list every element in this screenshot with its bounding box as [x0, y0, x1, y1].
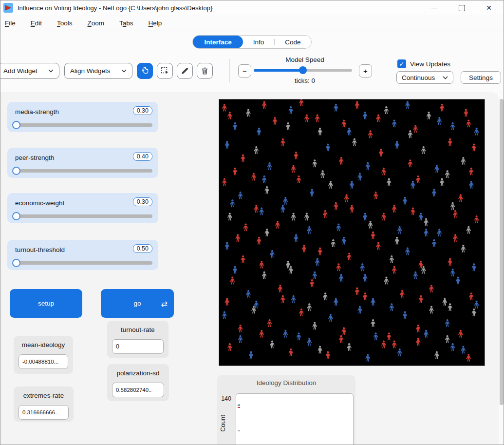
tab-pill: Interface Info Code [192, 35, 311, 49]
tab-interface[interactable]: Interface [193, 36, 243, 48]
slider-track[interactable] [13, 169, 152, 173]
marquee-select-tool-button[interactable] [157, 63, 173, 79]
speed-decrease-button[interactable]: − [238, 64, 251, 77]
update-mode-dropdown[interactable]: Continuous [396, 71, 453, 84]
chevron-down-icon [443, 76, 448, 79]
plot-pen-mark [238, 407, 240, 408]
speed-increase-button[interactable]: + [359, 64, 372, 77]
ticks-counter: ticks: 0 [254, 77, 356, 84]
minimize-button[interactable] [421, 0, 448, 15]
window-title: Influence on Voting Ideology - NetLogo {… [18, 4, 212, 12]
model-speed-thumb[interactable] [299, 66, 307, 74]
slider-thumb[interactable] [12, 167, 20, 175]
go-button-label: go [133, 300, 141, 307]
tab-code[interactable]: Code [275, 36, 311, 48]
slider-media-strength[interactable]: media-strength 0.30 [7, 102, 158, 132]
monitor-turnout-rate: turnout-rate 0 [107, 321, 168, 358]
model-speed-fill [254, 69, 303, 72]
monitor-label: extremes-rate [14, 392, 74, 399]
window-controls: ✕ [421, 0, 503, 15]
setup-button-label: setup [38, 300, 54, 307]
add-widget-dropdown[interactable]: Add Widget [0, 63, 59, 79]
model-speed-label: Model Speed [254, 56, 356, 63]
slider-thumb[interactable] [12, 259, 20, 267]
slider-thumb[interactable] [12, 212, 20, 220]
monitor-label: polarization-sd [107, 369, 169, 377]
plot-title: Ideology Distribution [217, 379, 355, 387]
menu-zoom[interactable]: Zoom [88, 19, 105, 27]
align-widgets-dropdown[interactable]: Align Widgets [64, 63, 132, 79]
slider-track[interactable] [13, 261, 152, 265]
menu-tabs[interactable]: Tabs [119, 19, 133, 27]
minus-icon: − [243, 67, 247, 75]
chevron-down-icon [121, 69, 127, 73]
slider-value-badge: 0.30 [133, 197, 152, 206]
menubar: FileEditToolsZoomTabsHelp [0, 15, 504, 31]
view-updates-checkbox[interactable]: ✓ [397, 59, 406, 68]
maximize-button[interactable] [448, 0, 475, 15]
monitor-value: 0.316666666.. [19, 405, 69, 420]
hand-pointer-icon [140, 66, 149, 76]
slider-economic-weight[interactable]: economic-weight 0.30 [7, 193, 158, 223]
minimize-icon [431, 8, 437, 8]
check-icon: ✓ [399, 60, 405, 68]
marquee-select-icon [160, 66, 169, 76]
plot-area [236, 393, 354, 445]
plot-ylabel: Count [219, 411, 226, 436]
tab-row: Interface Info Code [0, 35, 504, 50]
edit-widget-button[interactable] [177, 63, 193, 79]
menu-edit[interactable]: Edit [31, 19, 42, 27]
align-widgets-label: Align Widgets [70, 67, 111, 75]
monitor-label: turnout-rate [107, 326, 168, 333]
menu-tools[interactable]: Tools [57, 19, 73, 27]
slider-label: peer-strength [15, 154, 54, 161]
pencil-icon [180, 66, 189, 76]
slider-track[interactable] [13, 214, 152, 218]
select-hand-tool-button[interactable] [137, 63, 153, 79]
scrollbar-thumb[interactable] [500, 99, 504, 405]
monitor-value: -0.00488810... [19, 354, 68, 369]
monitor-extremes-rate: extremes-rate 0.316666666.. [14, 387, 74, 422]
monitor-polarization-sd: polarization-sd 0.582802740.. [107, 364, 169, 401]
view-updates-row: ✓ View Updates [397, 59, 450, 68]
update-mode-value: Continuous [402, 74, 435, 81]
slider-turnout-threshold[interactable]: turnout-threshold 0.50 [7, 240, 158, 270]
view-updates-label: View Updates [410, 60, 450, 68]
forever-loop-icon: ⇄ [161, 299, 168, 308]
menu-file[interactable]: File [5, 19, 16, 27]
monitor-value: 0.582802740.. [112, 383, 164, 397]
toolbar-separator [382, 57, 382, 85]
slider-thumb[interactable] [12, 121, 20, 129]
chevron-down-icon [48, 69, 54, 73]
slider-track[interactable] [13, 123, 152, 127]
settings-button[interactable]: Settings [461, 71, 501, 84]
close-button[interactable]: ✕ [475, 0, 503, 15]
tab-info[interactable]: Info [243, 36, 275, 48]
add-widget-label: Add Widget [3, 67, 37, 75]
setup-button[interactable]: setup [10, 289, 82, 318]
plus-icon: + [363, 67, 368, 75]
titlebar: Influence on Voting Ideology - NetLogo {… [0, 0, 504, 15]
monitor-mean-ideology: mean-ideology -0.00488810... [14, 336, 73, 374]
slider-label: turnout-threshold [15, 246, 65, 253]
plot-ymax-tick: 140 [219, 395, 231, 402]
monitor-label: mean-ideology [14, 341, 73, 348]
menu-help[interactable]: Help [149, 19, 162, 27]
delete-widget-button[interactable] [197, 63, 213, 79]
world-view[interactable] [219, 99, 485, 366]
plot-pen-mark [238, 405, 240, 406]
slider-value-badge: 0.30 [133, 106, 152, 115]
slider-peer-strength[interactable]: peer-strength 0.40 [7, 148, 158, 178]
plot-ideology-distribution: Ideology Distribution 140 Count [217, 375, 355, 445]
plot-pen-mark [238, 430, 240, 431]
netlogo-logo [3, 3, 13, 13]
model-speed-slider[interactable] [254, 69, 352, 72]
maximize-icon [459, 5, 465, 11]
vertical-scrollbar[interactable] [499, 92, 504, 445]
slider-value-badge: 0.40 [133, 152, 152, 161]
monitor-value: 0 [112, 339, 164, 354]
slider-label: media-strength [15, 108, 59, 116]
interface-canvas: media-strength 0.30 peer-strength 0.40 e… [0, 92, 499, 445]
go-button[interactable]: go ⇄ [101, 289, 174, 318]
trash-icon [200, 66, 209, 76]
